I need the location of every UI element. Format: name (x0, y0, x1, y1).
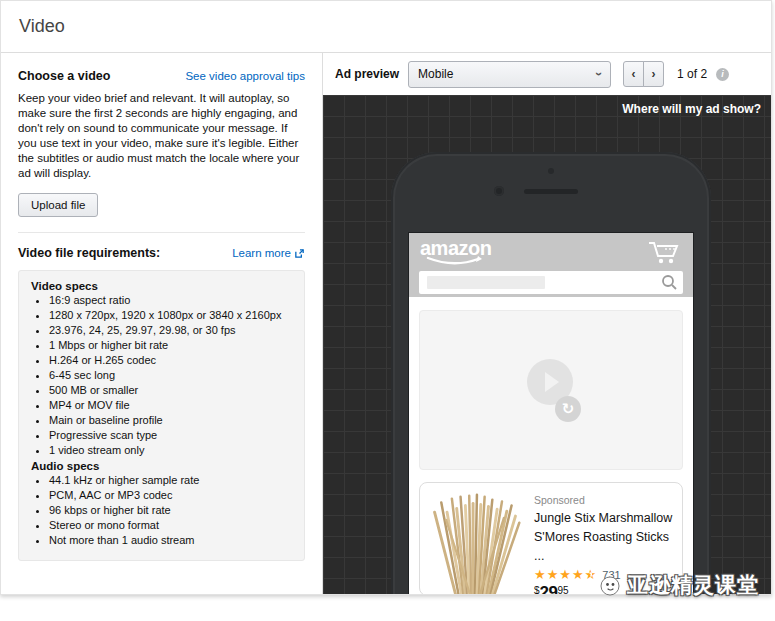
watermark: 亚逊精灵课堂 (586, 571, 759, 599)
ad-preview-label: Ad preview (335, 67, 399, 81)
spec-item: MP4 or MOV file (49, 398, 294, 413)
video-preview-placeholder: ↻ (419, 310, 683, 470)
ad-preview-section: Ad preview Mobile › ‹ › 1 of 2 i Where w… (323, 53, 771, 594)
device-select[interactable]: Mobile › (408, 61, 611, 88)
price-fraction: 95 (557, 585, 568, 594)
upload-file-button[interactable]: Upload file (18, 193, 98, 217)
requirements-heading: Video file requirements: (18, 246, 160, 260)
audio-specs-heading: Audio specs (31, 460, 294, 472)
spec-item: 500 MB or smaller (49, 383, 294, 398)
preview-pager: ‹ › (623, 61, 664, 87)
chevron-down-icon: › (593, 72, 605, 76)
divider (18, 232, 305, 233)
amazon-app-header: amazon (409, 233, 693, 297)
spec-item: H.264 or H.265 codec (49, 353, 294, 368)
watermark-text: 亚逊精灵课堂 (627, 571, 759, 599)
file-requirements-box: Video specs 16:9 aspect ratio1280 x 720p… (18, 270, 305, 561)
roasting-sticks-image (423, 491, 527, 594)
product-title: Jungle Stix Marshmallow S'Mores Roasting… (534, 509, 674, 565)
price-whole: 29 (540, 583, 558, 594)
page-title: Video (19, 16, 65, 37)
cart-icon (647, 240, 683, 266)
spec-item: 1280 x 720px, 1920 x 1080px or 3840 x 21… (49, 308, 294, 323)
device-select-value: Mobile (418, 67, 453, 81)
phone-camera-icon (494, 186, 504, 196)
spec-item: 1 video stream only (49, 443, 294, 458)
spec-item: 16:9 aspect ratio (49, 293, 294, 308)
video-upload-section: Choose a video See video approval tips K… (1, 53, 323, 594)
search-input (419, 271, 683, 294)
spec-item: Progressive scan type (49, 428, 294, 443)
phone-mockup: amazon (391, 152, 711, 594)
phone-screen: amazon (408, 232, 694, 594)
ad-preview-toolbar: Ad preview Mobile › ‹ › 1 of 2 i (323, 53, 771, 95)
external-link-icon (294, 248, 305, 259)
video-approval-tips-link[interactable]: See video approval tips (185, 70, 305, 82)
next-preview-button[interactable]: › (643, 61, 664, 87)
phone-sensor-dot (548, 168, 554, 174)
video-guidance-text: Keep your video brief and relevant. It w… (18, 91, 305, 181)
learn-more-label: Learn more (232, 247, 291, 259)
sponsored-label: Sponsored (534, 494, 674, 506)
choose-video-heading: Choose a video (18, 69, 110, 83)
product-image (420, 483, 530, 594)
audio-specs-list: 44.1 kHz or higher sample ratePCM, AAC o… (33, 473, 294, 548)
spec-item: 6-45 sec long (49, 368, 294, 383)
video-specs-heading: Video specs (31, 280, 294, 292)
search-icon (661, 274, 678, 291)
learn-more-link[interactable]: Learn more (232, 247, 305, 259)
spec-item: 96 kbps or higher bit rate (49, 503, 294, 518)
video-creative-page: Video Choose a video See video approval … (0, 0, 772, 595)
spec-item: Stereo or mono format (49, 518, 294, 533)
search-placeholder-block (427, 276, 545, 289)
loop-icon: ↻ (555, 396, 581, 422)
spec-item: Not more than 1 audio stream (49, 533, 294, 548)
price-symbol: $ (534, 585, 540, 594)
preview-canvas: Where will my ad show? amazon (323, 95, 771, 594)
spec-item: 23.976, 24, 25, 29.97, 29.98, or 30 fps (49, 323, 294, 338)
previous-preview-button[interactable]: ‹ (623, 61, 644, 87)
amazon-logo-text: amazon (420, 237, 491, 259)
spec-item: Main or baseline profile (49, 413, 294, 428)
info-icon[interactable]: i (716, 68, 729, 81)
spec-item: 44.1 kHz or higher sample rate (49, 473, 294, 488)
phone-speaker (524, 189, 578, 194)
where-will-my-ad-show-link[interactable]: Where will my ad show? (622, 102, 761, 116)
spec-item: PCM, AAC or MP3 codec (49, 488, 294, 503)
video-specs-list: 16:9 aspect ratio1280 x 720px, 1920 x 10… (33, 293, 294, 458)
amazon-logo: amazon (420, 238, 491, 266)
page-header: Video (1, 1, 771, 53)
spec-item: 1 Mbps or higher bit rate (49, 338, 294, 353)
watermark-logo-icon (586, 571, 622, 599)
page-indicator: 1 of 2 (677, 67, 707, 81)
